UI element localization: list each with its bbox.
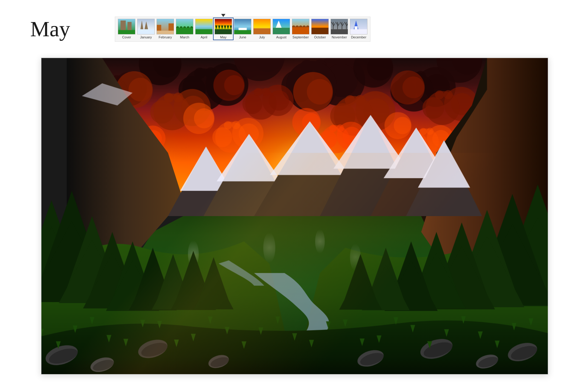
thumbnail-strip: CoverJanuaryFebruaryMarchAprilMayJuneJul… [115,17,370,42]
thumbnail-march[interactable]: March [175,18,194,40]
thumbnail-october[interactable]: October [310,18,330,40]
active-indicator [221,14,225,17]
thumbnail-label-february: February [159,35,172,39]
thumbnail-april[interactable]: April [194,18,214,40]
thumbnail-image-february [157,19,174,34]
thumbnail-image-july [253,19,271,34]
thumbnail-image-january [137,19,155,34]
thumbnail-august[interactable]: August [272,18,291,40]
thumbnail-label-may: May [220,35,227,39]
thumbnail-label-july: July [259,35,265,39]
thumbnail-july[interactable]: July [252,18,272,40]
thumbnail-label-cover: Cover [122,35,131,39]
thumbnail-january[interactable]: January [136,18,156,40]
thumbnail-image-may [215,19,232,34]
thumbnail-label-january: January [140,35,152,39]
thumbnail-label-november: November [332,35,347,39]
thumbnail-image-december [350,19,367,34]
thumbnail-label-october: October [314,35,326,39]
thumbnail-label-september: September [292,35,309,39]
thumbnail-label-august: August [276,35,286,39]
thumbnail-may[interactable]: May [214,18,233,40]
thumbnail-label-march: March [180,35,189,39]
thumbnail-label-december: December [351,35,367,39]
main-landscape-image [41,57,548,375]
thumbnail-label-april: April [201,35,207,39]
thumbnail-cover[interactable]: Cover [117,18,136,40]
thumbnail-june[interactable]: June [233,18,252,40]
month-title: May [30,17,70,42]
thumbnail-december[interactable]: December [349,18,368,40]
thumbnail-image-november [331,19,348,34]
thumbnail-september[interactable]: September [291,18,310,40]
thumbnail-image-april [195,19,213,34]
thumbnail-image-cover [118,19,135,34]
thumbnail-image-september [292,19,309,34]
thumbnail-label-june: June [239,35,246,39]
thumbnail-image-june [234,19,251,34]
thumbnail-image-october [311,19,329,34]
thumbnail-image-march [176,19,193,34]
thumbnail-image-august [273,19,290,34]
thumbnail-november[interactable]: November [330,18,349,40]
thumbnail-february[interactable]: February [156,18,175,40]
